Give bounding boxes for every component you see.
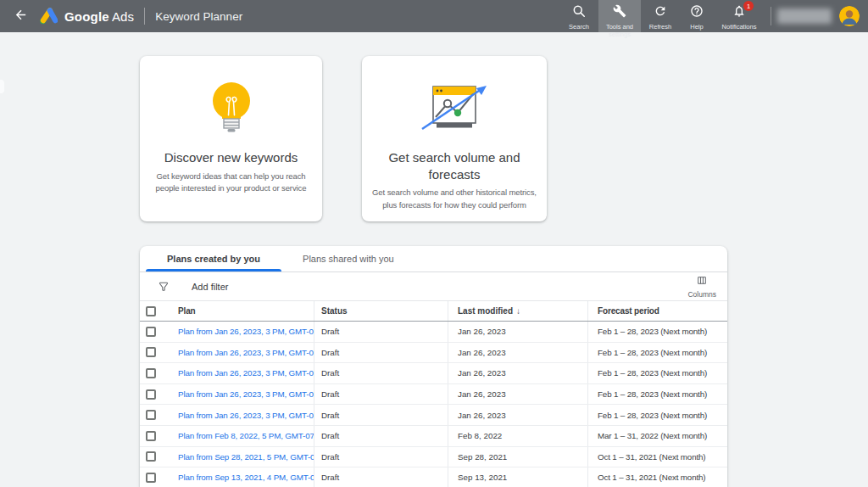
plan-link[interactable]: Plan from Sep 28, 2021, 5 PM, GMT-07:00 [178, 452, 314, 462]
tab-plans-shared-with-you[interactable]: Plans shared with you [281, 246, 415, 271]
plan-last-modified: Feb 8, 2022 [458, 431, 502, 440]
main-content: Discover new keywords Get keyword ideas … [0, 32, 868, 487]
plan-status: Draft [321, 452, 339, 462]
plan-last-modified: Jan 26, 2023 [458, 368, 506, 378]
table-row: Plan from Feb 8, 2022, 5 PM, GMT-07:00 D… [140, 426, 727, 447]
column-header-last-modified[interactable]: Last modified ↓ [448, 301, 587, 321]
edge-notch [0, 80, 4, 93]
plan-status: Draft [321, 411, 339, 420]
plan-forecast-period: Oct 1 – 31, 2021 (Next month) [598, 473, 705, 482]
plan-link[interactable]: Plan from Jan 26, 2023, 3 PM, GMT-07:00 [178, 411, 314, 420]
plan-last-modified: Sep 28, 2021 [458, 452, 507, 462]
card-description: Get keyword ideas that can help you reac… [140, 171, 322, 195]
discover-new-keywords-card[interactable]: Discover new keywords Get keyword ideas … [140, 56, 322, 221]
plan-last-modified: Sep 13, 2021 [458, 473, 507, 482]
refresh-button[interactable]: Refresh [641, 0, 680, 32]
arrow-back-icon [14, 8, 28, 25]
avatar[interactable] [839, 6, 860, 26]
top-app-bar: GoogleAds Keyword Planner Search Tools a… [0, 0, 868, 32]
column-header-status[interactable]: Status [314, 301, 448, 321]
plan-forecast-period: Feb 1 – 28, 2023 (Next month) [598, 348, 707, 357]
plan-status: Draft [321, 368, 339, 378]
table-row: Plan from Sep 28, 2021, 5 PM, GMT-07:00 … [140, 447, 727, 468]
plan-forecast-period: Feb 1 – 28, 2023 (Next month) [598, 411, 707, 420]
plan-last-modified: Jan 26, 2023 [458, 389, 506, 399]
column-header-forecast-period[interactable]: Forecast period [587, 301, 727, 321]
plan-link[interactable]: Plan from Jan 26, 2023, 3 PM, GMT-07:00 [178, 327, 314, 336]
tools-and-settings-button[interactable]: Tools and settings [598, 0, 641, 32]
help-button[interactable]: Help [680, 0, 714, 32]
notification-badge: 1 [743, 1, 754, 11]
table-row: Plan from Jan 26, 2023, 3 PM, GMT-07:00 … [140, 363, 727, 384]
plan-link[interactable]: Plan from Jan 26, 2023, 3 PM, GMT-07:00 [178, 389, 314, 399]
notifications-button[interactable]: Notifications 1 [714, 0, 765, 32]
search-button[interactable]: Search [559, 0, 598, 32]
plan-forecast-period: Feb 1 – 28, 2023 (Next month) [598, 368, 707, 378]
table-row: Plan from Jan 26, 2023, 3 PM, GMT-07:00 … [140, 343, 727, 364]
plan-last-modified: Jan 26, 2023 [458, 327, 506, 336]
row-checkbox[interactable] [146, 368, 156, 378]
plan-status: Draft [321, 389, 339, 399]
row-checkbox[interactable] [146, 410, 156, 420]
tab-plans-created-by-you[interactable]: Plans created by you [146, 246, 281, 271]
table-row: Plan from Jan 26, 2023, 3 PM, GMT-07:00 … [140, 405, 727, 426]
plan-link[interactable]: Plan from Jan 26, 2023, 3 PM, GMT-07:00 [178, 348, 314, 357]
columns-button[interactable]: Columns [687, 274, 716, 299]
row-checkbox[interactable] [146, 347, 156, 357]
plan-status: Draft [321, 473, 339, 482]
lightbulb-icon [205, 80, 258, 136]
column-header-plan[interactable]: Plan [166, 301, 314, 321]
add-filter-button[interactable]: Add filter [192, 282, 228, 292]
topbar-left: GoogleAds Keyword Planner [0, 0, 242, 32]
page-title: Keyword Planner [155, 10, 242, 23]
row-checkbox[interactable] [146, 473, 156, 483]
google-ads-logo-icon [39, 8, 58, 25]
topbar-divider [144, 8, 145, 25]
plan-forecast-period: Feb 1 – 28, 2023 (Next month) [598, 389, 707, 399]
plan-status: Draft [321, 431, 339, 440]
plans-table-body: Plan from Jan 26, 2023, 3 PM, GMT-07:00 … [140, 322, 727, 487]
plan-forecast-period: Feb 1 – 28, 2023 (Next month) [598, 327, 707, 336]
search-icon [572, 4, 586, 21]
plan-last-modified: Jan 26, 2023 [458, 348, 506, 357]
columns-icon [696, 274, 708, 289]
table-row: Plan from Sep 13, 2021, 4 PM, GMT-07:00 … [140, 467, 727, 487]
filter-funnel-icon[interactable] [158, 281, 170, 293]
row-checkbox[interactable] [146, 327, 156, 337]
refresh-icon [654, 4, 667, 21]
plans-tabs: Plans created by you Plans shared with y… [140, 246, 727, 272]
topbar-right: Search Tools and settings Refresh Help [559, 0, 868, 32]
plan-link[interactable]: Plan from Sep 13, 2021, 4 PM, GMT-07:00 [178, 473, 314, 482]
sort-descending-icon: ↓ [516, 306, 520, 316]
get-search-volume-card[interactable]: Get search volume and forecasts Get sear… [362, 56, 547, 221]
row-checkbox[interactable] [146, 431, 156, 441]
wrench-icon [613, 4, 626, 21]
keyword-planner-page: GoogleAds Keyword Planner Search Tools a… [0, 0, 868, 487]
card-title: Get search volume and forecasts [362, 149, 547, 182]
brand-name: GoogleAds [64, 9, 134, 24]
back-button[interactable] [8, 4, 32, 28]
filter-toolbar: Add filter Columns [140, 272, 727, 300]
select-all-checkbox[interactable] [146, 306, 156, 316]
card-description: Get search volume and other historical m… [362, 187, 547, 211]
plan-link[interactable]: Plan from Jan 26, 2023, 3 PM, GMT-07:00 [178, 368, 314, 378]
table-row: Plan from Jan 26, 2023, 3 PM, GMT-07:00 … [140, 322, 727, 343]
plan-last-modified: Jan 26, 2023 [458, 411, 506, 420]
table-row: Plan from Jan 26, 2023, 3 PM, GMT-07:00 … [140, 384, 727, 406]
forecast-chart-icon [415, 80, 493, 136]
row-checkbox[interactable] [146, 451, 156, 462]
plan-status: Draft [321, 348, 339, 357]
plan-status: Draft [321, 327, 339, 336]
plan-forecast-period: Mar 1 – 31, 2022 (Next month) [598, 431, 707, 440]
topbar-divider [771, 7, 771, 25]
help-icon [690, 4, 704, 21]
plan-forecast-period: Oct 1 – 31, 2021 (Next month) [598, 452, 705, 462]
plan-link[interactable]: Plan from Feb 8, 2022, 5 PM, GMT-07:00 [178, 431, 314, 440]
card-title: Discover new keywords [153, 149, 310, 166]
table-header-row: Plan Status Last modified ↓ Forecast per… [140, 300, 727, 322]
account-info[interactable] [777, 8, 832, 24]
row-checkbox[interactable] [146, 389, 156, 400]
plans-panel: Plans created by you Plans shared with y… [140, 246, 727, 487]
